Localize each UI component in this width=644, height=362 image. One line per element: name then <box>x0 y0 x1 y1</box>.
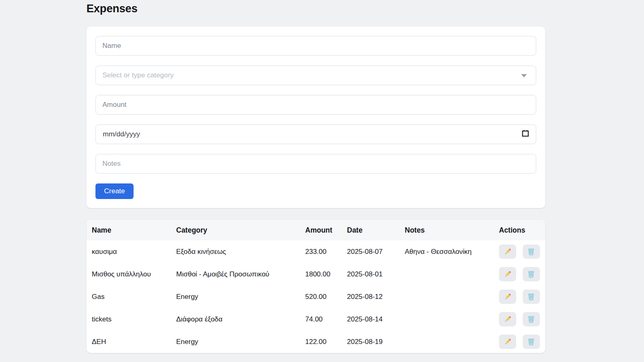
expenses-table-card: Name Category Amount Date Notes Actions … <box>86 220 545 353</box>
cell-category: Μισθοί - Αμοιβές Προσωπικού <box>171 263 300 285</box>
cell-amount: 233.00 <box>300 240 342 263</box>
cell-name: tickets <box>86 308 171 330</box>
cell-date: 2025-08-07 <box>342 240 399 263</box>
cell-actions <box>494 263 545 285</box>
page-container: Expenses mm/dd/yyyy <box>86 0 545 353</box>
cell-notes <box>399 263 494 285</box>
pencil-icon <box>504 248 512 256</box>
calendar-icon[interactable] <box>522 130 529 139</box>
pencil-icon <box>504 315 512 323</box>
edit-button[interactable] <box>499 312 516 326</box>
wastebasket-icon <box>527 248 535 256</box>
table-header: Name Category Amount Date Notes Actions <box>86 220 545 240</box>
cell-amount: 520.00 <box>300 285 342 308</box>
wastebasket-icon <box>527 270 535 278</box>
wastebasket-icon <box>527 315 535 323</box>
delete-button[interactable] <box>523 312 540 326</box>
cell-name: Μισθος υπάλληλου <box>86 263 171 285</box>
cell-notes <box>399 308 494 330</box>
name-input[interactable] <box>95 36 536 56</box>
header-name: Name <box>86 220 171 240</box>
delete-button[interactable] <box>523 290 540 304</box>
create-button[interactable]: Create <box>95 183 134 199</box>
cell-name: καυσιμα <box>86 240 171 263</box>
pencil-icon <box>504 293 512 301</box>
edit-button[interactable] <box>499 335 516 349</box>
cell-amount: 122.00 <box>300 330 342 353</box>
table-row: tickets Διάφορα έξοδα 74.00 2025-08-14 <box>86 308 545 330</box>
delete-button[interactable] <box>523 335 540 349</box>
cell-category: Διάφορα έξοδα <box>171 308 300 330</box>
cell-actions <box>494 330 545 353</box>
table-row: ΔΕΗ Energy 122.00 2025-08-19 <box>86 330 545 353</box>
header-notes: Notes <box>399 220 494 240</box>
category-field-wrap <box>95 66 536 85</box>
delete-button[interactable] <box>523 244 540 259</box>
cell-amount: 1800.00 <box>300 263 342 285</box>
header-actions: Actions <box>494 220 545 240</box>
cell-name: ΔΕΗ <box>86 330 171 353</box>
cell-date: 2025-08-19 <box>342 330 399 353</box>
cell-notes: Αθηνα - Θεσσαλονίκη <box>399 240 494 263</box>
cell-actions <box>494 240 545 263</box>
wastebasket-icon <box>527 293 535 301</box>
cell-amount: 74.00 <box>300 308 342 330</box>
table-row: Μισθος υπάλληλου Μισθοί - Αμοιβές Προσωπ… <box>86 263 545 285</box>
page-title: Expenses <box>86 2 545 15</box>
cell-category: Energy <box>171 285 300 308</box>
chevron-down-icon[interactable] <box>521 74 527 77</box>
category-select-input[interactable] <box>95 66 536 85</box>
cell-date: 2025-08-12 <box>342 285 399 308</box>
table-row: καυσιμα Εξοδα κινήσεως 233.00 2025-08-07… <box>86 240 545 263</box>
notes-field-wrap <box>95 154 536 174</box>
cell-notes <box>399 285 494 308</box>
amount-field-wrap <box>95 95 536 115</box>
header-amount: Amount <box>300 220 342 240</box>
amount-input[interactable] <box>95 95 536 115</box>
date-placeholder-text: mm/dd/yyyy <box>103 130 140 138</box>
cell-name: Gas <box>86 285 171 308</box>
cell-actions <box>494 308 545 330</box>
edit-button[interactable] <box>499 290 516 304</box>
header-category: Category <box>171 220 300 240</box>
notes-input[interactable] <box>95 154 536 174</box>
delete-button[interactable] <box>523 267 540 281</box>
header-date: Date <box>342 220 399 240</box>
table-row: Gas Energy 520.00 2025-08-12 <box>86 285 545 308</box>
expense-form-card: mm/dd/yyyy Create <box>86 27 545 208</box>
cell-notes <box>399 330 494 353</box>
pencil-icon <box>504 270 512 278</box>
cell-category: Εξοδα κινήσεως <box>171 240 300 263</box>
cell-date: 2025-08-14 <box>342 308 399 330</box>
expense-table-body: καυσιμα Εξοδα κινήσεως 233.00 2025-08-07… <box>86 240 545 353</box>
pencil-icon <box>504 338 512 346</box>
wastebasket-icon <box>527 338 535 346</box>
edit-button[interactable] <box>499 244 516 259</box>
cell-date: 2025-08-01 <box>342 263 399 285</box>
edit-button[interactable] <box>499 267 516 281</box>
date-field-wrap: mm/dd/yyyy <box>95 124 536 144</box>
cell-category: Energy <box>171 330 300 353</box>
name-field-wrap <box>95 36 536 56</box>
expenses-table: Name Category Amount Date Notes Actions … <box>86 220 545 353</box>
date-input[interactable]: mm/dd/yyyy <box>95 124 536 144</box>
cell-actions <box>494 285 545 308</box>
